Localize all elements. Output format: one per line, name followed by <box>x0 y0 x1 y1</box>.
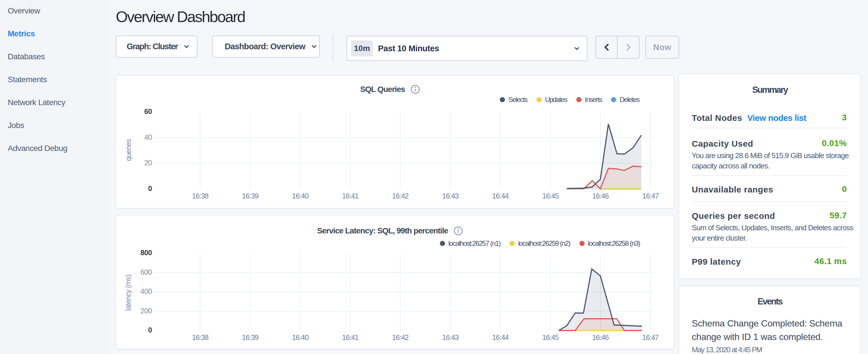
svg-text:16:47: 16:47 <box>642 192 658 200</box>
svg-text:16:45: 16:45 <box>542 192 559 200</box>
svg-text:0: 0 <box>148 326 152 334</box>
svg-text:60: 60 <box>144 107 152 116</box>
svg-text:16:41: 16:41 <box>342 333 359 342</box>
svg-text:16:47: 16:47 <box>642 333 658 342</box>
svg-text:16:46: 16:46 <box>592 192 609 200</box>
svg-text:16:43: 16:43 <box>442 333 459 342</box>
svg-text:16:40: 16:40 <box>292 333 308 342</box>
svg-text:16:38: 16:38 <box>192 333 208 342</box>
svg-text:16:38: 16:38 <box>192 192 208 200</box>
svg-text:latency (ms): latency (ms) <box>124 275 132 311</box>
svg-text:16:41: 16:41 <box>342 192 359 200</box>
svg-text:16:39: 16:39 <box>242 192 258 200</box>
svg-text:16:45: 16:45 <box>542 333 559 342</box>
svg-text:16:43: 16:43 <box>442 192 459 200</box>
svg-text:20: 20 <box>144 159 152 167</box>
svg-text:400: 400 <box>141 287 152 295</box>
svg-text:16:44: 16:44 <box>492 333 509 342</box>
svg-text:16:39: 16:39 <box>242 333 258 342</box>
svg-text:40: 40 <box>144 133 152 141</box>
svg-text:200: 200 <box>141 307 152 315</box>
svg-text:16:40: 16:40 <box>292 192 308 200</box>
svg-text:0: 0 <box>148 185 152 192</box>
svg-text:16:46: 16:46 <box>592 333 609 342</box>
svg-text:16:42: 16:42 <box>392 333 408 342</box>
svg-text:600: 600 <box>141 268 152 276</box>
svg-text:queries: queries <box>124 139 132 161</box>
svg-text:800: 800 <box>141 249 152 257</box>
svg-text:16:44: 16:44 <box>492 192 509 200</box>
svg-text:16:42: 16:42 <box>392 192 408 200</box>
